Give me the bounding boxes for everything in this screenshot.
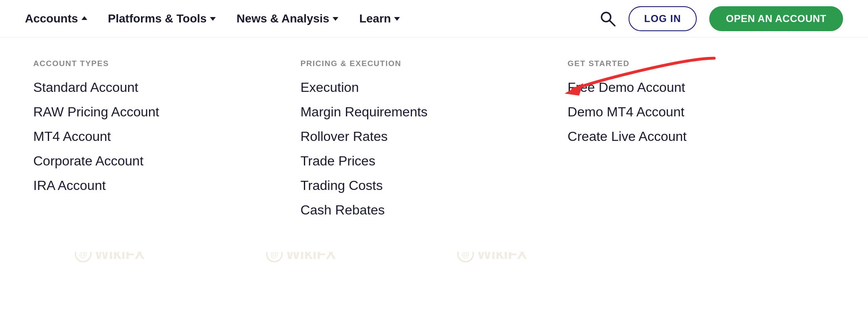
dropdown-col-get-started: GET STARTED Free Demo Account Demo MT4 A… bbox=[567, 59, 835, 227]
login-button[interactable]: LOG IN bbox=[629, 6, 697, 31]
dropdown-col-pricing-execution: PRICING & EXECUTION Execution Margin Req… bbox=[301, 59, 568, 227]
news-analysis-label: News & Analysis bbox=[237, 12, 329, 25]
nav-news-analysis[interactable]: News & Analysis bbox=[237, 12, 338, 25]
get-started-header: GET STARTED bbox=[567, 59, 818, 68]
accounts-chevron-up-icon bbox=[81, 16, 87, 20]
learn-label: Learn bbox=[359, 12, 391, 25]
svg-line-1 bbox=[609, 20, 615, 26]
accounts-label: Accounts bbox=[25, 12, 78, 25]
nav-learn[interactable]: Learn bbox=[359, 12, 400, 25]
navbar: Accounts Platforms & Tools News & Analys… bbox=[0, 0, 868, 37]
menu-item-execution[interactable]: Execution bbox=[301, 80, 551, 95]
search-button[interactable] bbox=[599, 10, 616, 27]
menu-item-standard-account[interactable]: Standard Account bbox=[33, 80, 284, 95]
menu-item-rollover-rates[interactable]: Rollover Rates bbox=[301, 129, 551, 144]
nav-right: LOG IN OPEN AN ACCOUNT bbox=[599, 6, 843, 31]
menu-item-corporate-account[interactable]: Corporate Account bbox=[33, 153, 284, 169]
menu-item-raw-pricing-account[interactable]: RAW Pricing Account bbox=[33, 104, 284, 120]
menu-item-cash-rebates[interactable]: Cash Rebates bbox=[301, 202, 551, 218]
menu-item-mt4-account[interactable]: MT4 Account bbox=[33, 129, 284, 144]
open-account-button[interactable]: OPEN AN ACCOUNT bbox=[709, 6, 843, 31]
menu-item-margin-requirements[interactable]: Margin Requirements bbox=[301, 104, 551, 120]
menu-item-create-live-account[interactable]: Create Live Account bbox=[567, 129, 818, 144]
dropdown-col-account-types: ACCOUNT TYPES Standard Account RAW Prici… bbox=[33, 59, 301, 227]
accounts-dropdown-panel: ACCOUNT TYPES Standard Account RAW Prici… bbox=[0, 38, 868, 252]
menu-item-trading-costs[interactable]: Trading Costs bbox=[301, 178, 551, 193]
learn-chevron-down-icon bbox=[394, 17, 400, 21]
menu-item-free-demo-account[interactable]: Free Demo Account bbox=[567, 80, 818, 95]
account-types-header: ACCOUNT TYPES bbox=[33, 59, 284, 68]
search-icon bbox=[599, 10, 616, 27]
menu-item-ira-account[interactable]: IRA Account bbox=[33, 178, 284, 193]
menu-item-trade-prices[interactable]: Trade Prices bbox=[301, 153, 551, 169]
news-analysis-chevron-down-icon bbox=[333, 17, 338, 21]
platforms-tools-label: Platforms & Tools bbox=[108, 12, 207, 25]
pricing-execution-header: PRICING & EXECUTION bbox=[301, 59, 551, 68]
nav-platforms-tools[interactable]: Platforms & Tools bbox=[108, 12, 216, 25]
platforms-tools-chevron-down-icon bbox=[210, 17, 216, 21]
nav-left: Accounts Platforms & Tools News & Analys… bbox=[25, 12, 400, 25]
nav-accounts[interactable]: Accounts bbox=[25, 12, 87, 25]
menu-item-demo-mt4-account[interactable]: Demo MT4 Account bbox=[567, 104, 818, 120]
